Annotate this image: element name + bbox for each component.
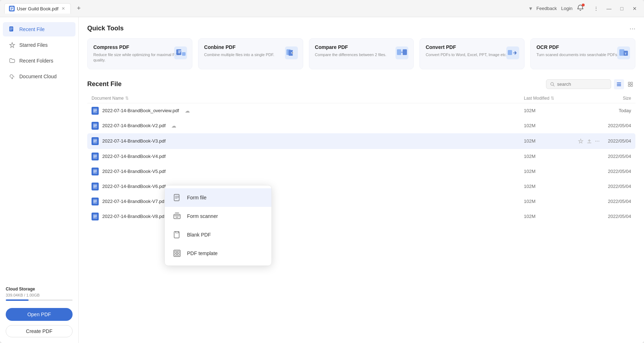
tab-close-button[interactable]: ✕ [60,6,66,11]
file-date: 2022/05/04 [588,154,631,159]
file-name-cell: 2022-07-14-BrandBook_overview.pdf ☁ [92,107,524,115]
cloud-storage-label: Cloud Storage [6,287,73,292]
tool-compare-pdf[interactable]: Compare PDF Compare the differences betw… [309,38,414,69]
svg-rect-17 [619,49,624,56]
dropdown-item-blank-pdf[interactable]: Blank PDF [165,225,271,244]
file-name: 2022-07-14-BrandBook-V8.pdf [102,214,166,219]
quick-tools-more-icon[interactable]: ··· [629,24,635,33]
new-tab-button[interactable]: + [74,4,84,14]
minimize-button[interactable]: — [604,4,614,14]
svg-rect-7 [182,52,186,56]
dropdown-item-pdf-template-label: PDF template [187,250,218,256]
upload-button[interactable] [586,137,592,145]
col-size: Size [588,96,631,101]
file-name: 2022-07-14-BrandBook-V6.pdf [102,184,166,189]
file-date: 2022/05/04 [588,184,631,189]
cloud-sync-icon: ☁ [171,123,176,129]
feedback-button[interactable]: Feedback [536,6,557,11]
search-box[interactable] [546,79,611,89]
file-size: 102M [524,214,588,219]
more-options-button[interactable]: ⋮ [591,4,601,14]
file-date: 2022/05/04 [603,138,631,144]
tool-ocr-pdf[interactable]: OCR PDF Turn scaned documents into searc… [530,38,635,69]
dropdown-item-form-scanner[interactable]: Form scanner [165,207,271,225]
quick-tools-title: Quick Tools [87,25,124,32]
svg-rect-24 [628,82,630,84]
file-date: 2022/05/04 [588,214,631,219]
window-controls: ⋮ — □ ✕ [591,4,640,14]
pdf-file-icon [92,107,99,115]
table-row[interactable]: 2022-07-14-BrandBook-V2.pdf ☁ 102M 2022/… [87,118,635,133]
sidebar-item-recent-folders-label: Recent Folders [19,58,53,64]
form-scanner-icon [172,211,182,221]
open-pdf-button[interactable]: Open PDF [6,308,73,321]
table-row[interactable]: 2022-07-14-BrandBook-V3.pdf 102M ··· 202 [87,133,635,149]
tab-title: User Guild Book.pdf [17,6,58,11]
svg-rect-23 [617,85,621,86]
tool-convert-pdf[interactable]: Convert PDF Convert PDFs to Word, Excel,… [419,38,525,69]
col-last-modified[interactable]: Last Modified ⇅ [524,96,588,101]
create-pdf-dropdown: Form file Form scanner Blank PDF [164,185,272,266]
table-row[interactable]: 2022-07-14-BrandBook-V4.pdf 102M 2022/05… [87,149,635,164]
table-header: Document Name ⇅ Last Modified ⇅ Size [87,94,635,103]
login-button[interactable]: Login [561,6,572,11]
star-button[interactable] [578,137,584,145]
sidebar-item-recent-file[interactable]: Recent File [3,22,75,36]
dropdown-item-pdf-template[interactable]: PDF template [165,244,271,263]
recent-file-header: Recent File [87,79,635,89]
maximize-button[interactable]: □ [617,4,627,14]
sidebar: Recent File Starred Files Recent Folders… [0,17,79,343]
close-button[interactable]: ✕ [630,4,640,14]
list-view-button[interactable] [614,79,624,89]
compress-pdf-icon [173,45,188,62]
svg-rect-40 [175,251,177,253]
tool-compress-pdf[interactable]: Compress PDF Reduce file size while opti… [87,38,192,69]
pdf-file-icon [92,198,99,205]
blank-pdf-icon [172,230,182,240]
file-name-cell: 2022-07-14-BrandBook-V7.pdf [92,198,524,205]
search-icon [550,82,555,87]
storage-progress-bar [6,299,73,301]
svg-rect-27 [631,85,633,86]
storage-progress-fill [6,299,29,301]
table-row[interactable]: 2022-07-14-BrandBook_overview.pdf ☁ 102M… [87,103,635,118]
file-name-cell: 2022-07-14-BrandBook-V8.pdf [92,213,524,220]
pdf-file-icon [92,153,99,160]
more-options-button[interactable]: ··· [595,137,600,145]
sidebar-item-recent-file-label: Recent File [19,26,45,32]
svg-rect-26 [628,85,630,86]
notification-icon[interactable] [577,4,584,13]
table-row[interactable]: 2022-07-14-BrandBook-V5.pdf 102M 2022/05… [87,164,635,179]
svg-rect-15 [508,50,512,55]
dropdown-item-form-file-label: Form file [187,195,206,200]
compare-pdf-icon [394,45,410,62]
tool-combine-pdf[interactable]: Conbine PDF Combine multiple files into … [198,38,303,69]
file-date: Today [588,108,631,113]
combine-pdf-icon [284,45,299,62]
create-pdf-button[interactable]: Create PDF [6,325,73,337]
notification-badge [582,4,585,6]
file-name-cell: 2022-07-14-BrandBook-V5.pdf [92,168,524,175]
recent-file-icon [9,26,16,33]
dropdown-item-form-file[interactable]: Form file [165,188,271,207]
file-size: 102M [524,123,588,128]
col-document-name[interactable]: Document Name ⇅ [92,96,524,101]
file-name-cell: 2022-07-14-BrandBook-V6.pdf [92,183,524,190]
convert-pdf-icon [505,45,521,62]
file-size: 102M [524,108,588,113]
file-name: 2022-07-14-BrandBook-V4.pdf [102,154,166,159]
sidebar-item-recent-folders[interactable]: Recent Folders [3,54,75,68]
pdf-template-icon [172,248,182,258]
grid-view-button[interactable] [625,79,635,89]
svg-rect-3 [11,9,12,10]
sidebar-item-document-cloud[interactable]: Document Cloud [3,69,75,84]
form-file-icon [172,193,182,203]
tab-app-icon [9,6,15,11]
active-tab[interactable]: User Guild Book.pdf ✕ [4,3,71,14]
ocr-pdf-icon: T [616,45,631,62]
sidebar-item-starred-files[interactable]: Starred Files [3,38,75,52]
svg-rect-39 [174,250,180,257]
search-input[interactable] [557,81,607,87]
dropdown-arrow[interactable]: ▾ [529,5,532,12]
main-content: Quick Tools ··· Compress PDF Reduce file… [79,17,644,343]
